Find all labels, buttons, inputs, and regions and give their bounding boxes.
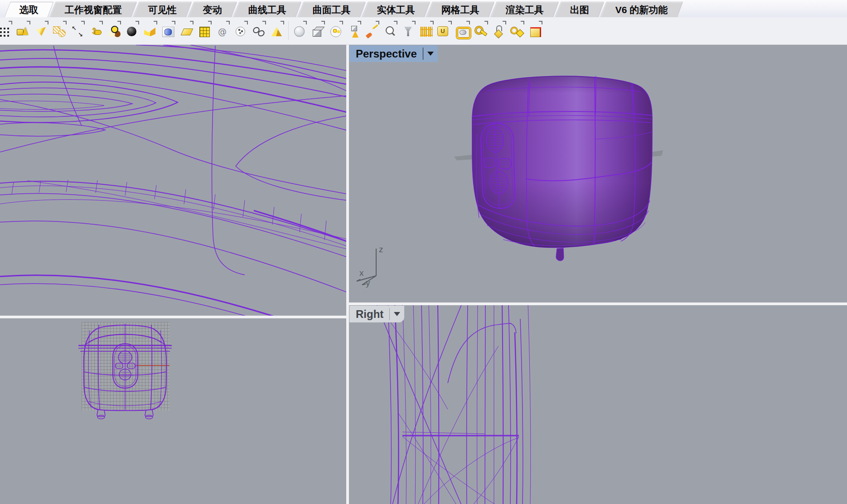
- ghosted-cube-button[interactable]: [309, 19, 326, 42]
- selection-filter-icon: [329, 25, 343, 38]
- pyramid-icon: [270, 25, 284, 38]
- toolbar: U: [0, 17, 847, 45]
- color-wheel-circles-icon: [107, 25, 121, 38]
- red-edge-box-icon: [528, 25, 542, 38]
- splitter-horizontal-right[interactable]: [349, 302, 847, 305]
- ghosted-cube-icon: [311, 25, 324, 38]
- viewport-label-right[interactable]: Right: [349, 306, 404, 322]
- rice-cooker-model[interactable]: [472, 76, 652, 248]
- blue-cylinder-icon: [161, 25, 175, 38]
- selection-filter-button[interactable]: [327, 19, 344, 42]
- tab-6[interactable]: 曲面工具: [297, 2, 366, 17]
- tab-4[interactable]: 变动: [188, 2, 237, 17]
- splitter-horizontal-left[interactable]: [0, 316, 346, 318]
- perspective-canvas: [349, 45, 847, 302]
- viewport-area: Perspective: [0, 45, 847, 504]
- tab-label: 选取: [19, 5, 39, 14]
- fence-bars-icon: [420, 25, 433, 38]
- u-direction-box-icon: U: [437, 26, 448, 36]
- solids-box-cone-button[interactable]: [15, 19, 32, 42]
- grid-surface-button[interactable]: [196, 19, 213, 42]
- cplane-axis-icon: z x y: [356, 243, 401, 288]
- tab-label: 实体工具: [377, 5, 415, 14]
- tab-label: 可见性: [148, 5, 177, 14]
- tab-1[interactable]: 选取: [4, 2, 53, 17]
- viewport-perspective[interactable]: Perspective: [349, 45, 847, 302]
- magnifier-icon: [383, 25, 397, 38]
- hatch-icon: [53, 25, 66, 38]
- primitives-group-icon: [347, 25, 361, 38]
- dimension-hand-icon: [89, 25, 102, 38]
- fence-bars-button[interactable]: [418, 19, 435, 42]
- rhino-app-window: 选取工作视窗配置可见性变动曲线工具曲面工具实体工具网格工具渲染工具出图V6 的新…: [0, 0, 847, 504]
- top-left-wireframe: [0, 45, 346, 316]
- tab-label: V6 的新功能: [615, 5, 668, 14]
- viewport-label-perspective[interactable]: Perspective: [349, 45, 438, 62]
- surface-plane-button[interactable]: [178, 19, 195, 42]
- chevron-down-icon[interactable]: [394, 312, 400, 316]
- blue-cylinder-button[interactable]: [160, 19, 177, 42]
- folded-surface-button[interactable]: [141, 19, 159, 42]
- viewport-right[interactable]: Right: [349, 305, 847, 504]
- tab-9[interactable]: 渲染工具: [490, 2, 559, 17]
- tab-10[interactable]: 出图: [555, 2, 604, 17]
- chain-links-button[interactable]: [250, 19, 267, 42]
- viewport-front[interactable]: [0, 318, 346, 504]
- filter-funnel-icon: [402, 25, 415, 38]
- spiral-button[interactable]: [214, 19, 231, 42]
- pyramid-button[interactable]: [268, 19, 286, 42]
- tab-label: 曲线工具: [248, 5, 286, 14]
- grid-snap-dots-button[interactable]: [0, 19, 14, 42]
- surface-plane-icon: [179, 25, 193, 38]
- color-wheel-circles-button[interactable]: [105, 19, 122, 42]
- tab-label: 渲染工具: [506, 5, 544, 14]
- move-scale-arrows-icon: [71, 25, 84, 38]
- magnifier-button[interactable]: [382, 19, 399, 42]
- key-tag-icon: [510, 25, 524, 38]
- black-sphere-icon: [125, 25, 139, 38]
- tab-7[interactable]: 实体工具: [362, 2, 430, 17]
- tab-11[interactable]: V6 的新功能: [600, 2, 683, 17]
- paintbrush-button[interactable]: [363, 19, 381, 42]
- splitter-vertical[interactable]: [346, 45, 349, 504]
- tab-bar: 选取工作视窗配置可见性变动曲线工具曲面工具实体工具网格工具渲染工具出图V6 的新…: [0, 0, 847, 17]
- hook-tag-icon: [492, 25, 506, 38]
- select-small-objects-button[interactable]: [232, 19, 249, 42]
- key-button[interactable]: [472, 19, 489, 42]
- filter-funnel-button[interactable]: [400, 19, 417, 42]
- shaded-sphere-button[interactable]: [291, 19, 308, 42]
- tab-8[interactable]: 网格工具: [426, 2, 494, 17]
- extract-surface-frame-icon: [456, 25, 469, 38]
- tab-label: 曲面工具: [313, 5, 351, 14]
- primitives-group-button[interactable]: [345, 19, 363, 42]
- solids-box-cone-icon: [16, 25, 30, 38]
- tab-label: 变动: [203, 5, 222, 14]
- select-small-objects-icon: [234, 25, 247, 38]
- viewport-top-left[interactable]: [0, 45, 346, 316]
- tab-label: 出图: [570, 5, 589, 14]
- tab-label: 网格工具: [441, 5, 479, 14]
- viewport-label-text: Perspective: [356, 48, 417, 60]
- tab-3[interactable]: 可见性: [133, 2, 192, 17]
- tab-2[interactable]: 工作视窗配置: [49, 2, 137, 17]
- folded-surface-icon: [143, 25, 157, 38]
- u-direction-box-button[interactable]: U: [436, 19, 453, 42]
- hook-tag-button[interactable]: [490, 19, 508, 42]
- shaded-sphere-icon: [293, 25, 306, 38]
- hatch-button[interactable]: [51, 19, 68, 42]
- key-icon: [474, 25, 488, 38]
- dimension-hand-button[interactable]: [87, 19, 104, 42]
- key-tag-button[interactable]: [508, 19, 526, 42]
- axis-x-label: x: [359, 268, 364, 278]
- model-foot: [556, 248, 564, 261]
- red-edge-box-button[interactable]: [527, 19, 544, 42]
- chevron-down-icon[interactable]: [427, 52, 434, 56]
- move-scale-arrows-button[interactable]: [69, 19, 86, 42]
- extract-surface-frame-button[interactable]: [454, 19, 471, 42]
- tab-5[interactable]: 曲线工具: [233, 2, 301, 17]
- grid-snap-dots-icon: [0, 25, 12, 38]
- black-sphere-button[interactable]: [123, 19, 140, 42]
- cone-button[interactable]: [33, 19, 50, 42]
- spiral-icon: [216, 25, 229, 38]
- axis-z-label: z: [379, 245, 383, 254]
